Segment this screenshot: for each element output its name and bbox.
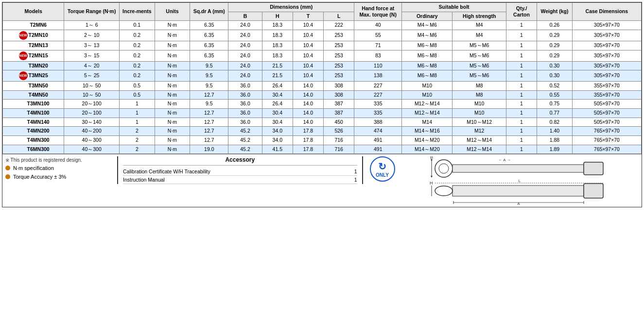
cell-units: N·m [155,30,190,41]
cell-t: 10.4 [293,41,323,50]
cell-b: 45.2 [228,136,262,145]
cell-h: 30.4 [262,118,293,127]
cell-weight: 0.52 [537,82,573,91]
cell-sqdr: 6.35 [190,21,228,30]
cell-high: M5～M6 [453,50,506,61]
cell-b: 45.2 [228,127,262,136]
table-row: T3MN50 [3,82,64,91]
cell-hand: 40 [354,21,402,30]
svg-text:L: L [519,179,521,183]
cell-weight: 0.29 [537,41,573,50]
spec-list: ※ This product is registered design. N·m… [5,156,117,181]
cell-units: N·m [155,136,190,145]
cell-hand: 491 [354,145,402,154]
cell-high: M10 [453,109,506,118]
cell-l: 253 [324,30,354,41]
cell-sqdr: 19.0 [190,145,228,154]
table-row: NEWT2MN15 [3,50,64,61]
cell-l: 716 [324,136,354,145]
cell-incr: 2 [120,127,155,136]
cell-units: N·m [155,82,190,91]
header-weight: Weight (kg) [537,3,573,21]
cell-l: 308 [324,82,354,91]
cell-t: 10.4 [293,50,323,61]
cell-units: N·m [155,70,190,82]
cell-t: 14.0 [293,82,323,91]
accessory-items: Calibration Certificate W/H Traceability… [123,168,357,184]
cell-hand: 227 [354,90,402,100]
cell-t: 17.8 [293,145,323,154]
header-high-strength: High strength [453,12,506,21]
cell-weight: 0.29 [537,50,573,61]
cell-case: 305×97×70 [572,70,641,82]
model-name: T4MN300 [27,137,50,143]
cell-units: N·m [155,90,190,100]
cell-units: N·m [155,41,190,50]
model-name: T4MN50 [29,92,48,98]
cell-units: N·m [155,100,190,109]
cell-case: 505×97×70 [572,100,641,109]
note-text: ※ This product is registered design. [5,156,112,164]
cell-b: 36.0 [228,109,262,118]
cell-case: 505×97×70 [572,109,641,118]
table-row: T3MN100 [3,100,64,109]
cell-case: 765×97×70 [572,127,641,136]
cell-h: 34.0 [262,136,293,145]
cell-sqdr: 9.5 [190,70,228,82]
cell-incr: 0.2 [120,41,155,50]
model-name: T3MN25 [29,72,48,78]
cell-incr: 0.2 [120,70,155,82]
cell-h: 26.4 [262,100,293,109]
cell-sqdr: 12.7 [190,136,228,145]
cell-b: 36.0 [228,100,262,109]
cell-hand: 227 [354,82,402,91]
cell-weight: 0.29 [537,30,573,41]
cell-l: 387 [324,109,354,118]
svg-rect-9 [584,184,603,198]
accessory-item: Calibration Certificate W/H Traceability… [123,168,357,176]
model-name: T4MN200 [27,128,50,134]
cell-b: 24.0 [228,70,262,82]
new-badge: NEW [19,51,28,60]
cell-high: M8 [453,90,506,100]
spec-item-2: Torque Accuracy ± 3% [5,172,112,181]
cell-weight: 0.26 [537,21,573,30]
cell-high: M4 [453,30,506,41]
cell-weight: 1.88 [537,136,573,145]
new-badge: NEW [19,31,28,40]
cell-incr: 0.2 [120,50,155,61]
svg-text:A: A [518,202,521,205]
bullet-icon-2 [5,174,10,179]
model-name: T2MN6 [30,22,46,28]
bottom-section: ※ This product is registered design. N·m… [2,154,642,207]
cell-l: 387 [324,100,354,109]
cell-qty: 1 [506,100,537,109]
cell-case: 305×97×70 [572,41,641,50]
table-row: T4MN100 [3,109,64,118]
cell-t: 14.0 [293,118,323,127]
cell-qty: 1 [506,70,537,82]
only-badge: ↻ ONLY [370,156,395,182]
cell-qty: 1 [506,61,537,70]
cell-ordinary: M6～M8 [402,61,453,70]
cell-torque: 40～300 [64,145,120,154]
cell-ordinary: M6～M8 [402,50,453,61]
cell-ordinary: M12～M14 [402,100,453,109]
cell-ordinary: M14～M20 [402,136,453,145]
bullet-icon-1 [5,166,10,170]
table-row: NEWT2MN10 [3,30,64,41]
svg-point-8 [435,186,453,196]
cell-l: 253 [324,70,354,82]
cell-t: 10.4 [293,61,323,70]
cell-b: 24.0 [228,61,262,70]
accessory-box: Accessory Calibration Certificate W/H Tr… [117,156,363,184]
cell-sqdr: 12.7 [190,127,228,136]
cell-case: 765×97×70 [572,136,641,145]
accessory-item: Instruction Manual1 [123,176,357,184]
table-row: T4MN50 [3,90,64,100]
cell-case: 305×97×70 [572,61,641,70]
cell-high: M10 [453,100,506,109]
cell-l: 253 [324,41,354,50]
spec-label-2: Torque Accuracy ± 3% [13,174,66,180]
cell-incr: 0.5 [120,82,155,91]
